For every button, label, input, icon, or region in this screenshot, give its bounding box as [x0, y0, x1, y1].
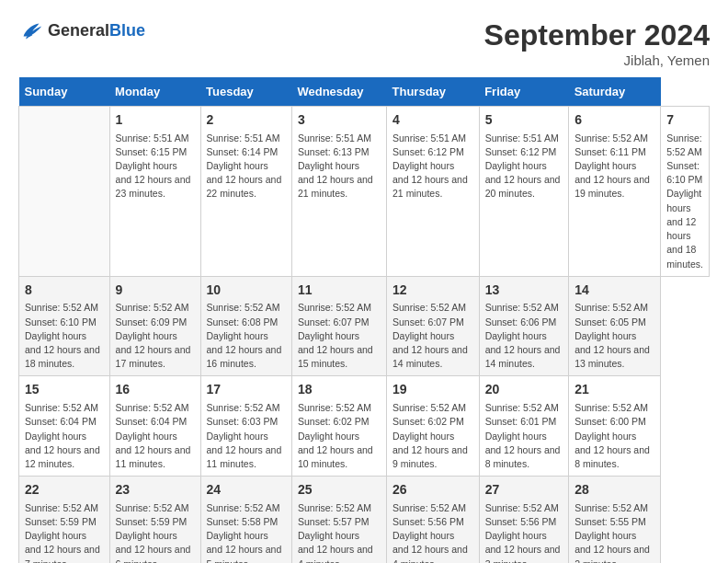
calendar-day-cell: 18Sunrise: 5:52 AMSunset: 6:02 PMDayligh… — [291, 376, 386, 477]
calendar-day-cell: 24Sunrise: 5:52 AMSunset: 5:58 PMDayligh… — [200, 477, 291, 563]
day-info: Sunrise: 5:52 AMSunset: 5:59 PMDaylight … — [116, 501, 195, 563]
calendar-day-cell: 9Sunrise: 5:52 AMSunset: 6:09 PMDaylight… — [109, 276, 200, 376]
calendar-day-cell: 28Sunrise: 5:52 AMSunset: 5:55 PMDayligh… — [569, 477, 661, 563]
calendar-day-cell: 7Sunrise: 5:52 AMSunset: 6:10 PMDaylight… — [661, 107, 710, 277]
calendar-day-cell: 17Sunrise: 5:52 AMSunset: 6:03 PMDayligh… — [200, 376, 291, 477]
day-info: Sunrise: 5:52 AMSunset: 6:06 PMDaylight … — [485, 301, 563, 371]
day-info: Sunrise: 5:52 AMSunset: 6:04 PMDaylight … — [116, 401, 195, 471]
day-number: 24 — [207, 481, 286, 500]
day-info: Sunrise: 5:52 AMSunset: 6:10 PMDaylight … — [666, 132, 703, 271]
day-number: 17 — [207, 381, 286, 399]
calendar-day-cell: 12Sunrise: 5:52 AMSunset: 6:07 PMDayligh… — [387, 276, 480, 376]
page-header: GeneralBlue September 2024 Jiblah, Yemen — [18, 18, 710, 68]
calendar-day-cell — [19, 107, 110, 277]
day-number: 3 — [298, 111, 381, 130]
weekday-header-monday: Monday — [109, 77, 200, 107]
calendar-day-cell: 11Sunrise: 5:52 AMSunset: 6:07 PMDayligh… — [291, 276, 386, 376]
day-info: Sunrise: 5:51 AMSunset: 6:13 PMDaylight … — [298, 132, 381, 201]
day-number: 2 — [207, 111, 286, 130]
calendar-day-cell: 23Sunrise: 5:52 AMSunset: 5:59 PMDayligh… — [109, 477, 200, 563]
day-number: 16 — [116, 381, 195, 399]
day-info: Sunrise: 5:52 AMSunset: 6:01 PMDaylight … — [485, 401, 563, 471]
logo-blue: Blue — [109, 21, 145, 40]
logo: GeneralBlue — [18, 18, 145, 44]
calendar-day-cell: 27Sunrise: 5:52 AMSunset: 5:56 PMDayligh… — [479, 477, 568, 563]
weekday-header-sunday: Sunday — [19, 77, 110, 107]
calendar-day-cell: 8Sunrise: 5:52 AMSunset: 6:10 PMDaylight… — [19, 276, 110, 376]
calendar-week-3: 15Sunrise: 5:52 AMSunset: 6:04 PMDayligh… — [19, 376, 710, 477]
day-info: Sunrise: 5:52 AMSunset: 5:56 PMDaylight … — [485, 501, 563, 563]
day-number: 5 — [485, 111, 563, 130]
calendar-day-cell: 2Sunrise: 5:51 AMSunset: 6:14 PMDaylight… — [200, 107, 291, 277]
calendar-day-cell: 1Sunrise: 5:51 AMSunset: 6:15 PMDaylight… — [109, 107, 200, 277]
day-number: 14 — [574, 282, 654, 300]
logo-general: General — [48, 21, 109, 40]
calendar-day-cell: 5Sunrise: 5:51 AMSunset: 6:12 PMDaylight… — [479, 107, 568, 277]
day-number: 25 — [298, 481, 381, 500]
day-number: 4 — [392, 111, 473, 130]
day-info: Sunrise: 5:52 AMSunset: 6:11 PMDaylight … — [574, 132, 654, 201]
day-info: Sunrise: 5:52 AMSunset: 6:02 PMDaylight … — [392, 401, 473, 471]
calendar-week-4: 22Sunrise: 5:52 AMSunset: 5:59 PMDayligh… — [19, 477, 710, 563]
calendar-day-cell: 10Sunrise: 5:52 AMSunset: 6:08 PMDayligh… — [200, 276, 291, 376]
day-info: Sunrise: 5:51 AMSunset: 6:12 PMDaylight … — [485, 132, 563, 201]
day-number: 28 — [574, 481, 654, 500]
day-info: Sunrise: 5:52 AMSunset: 5:59 PMDaylight … — [25, 501, 104, 563]
day-info: Sunrise: 5:51 AMSunset: 6:15 PMDaylight … — [116, 132, 195, 201]
day-info: Sunrise: 5:52 AMSunset: 6:05 PMDaylight … — [574, 301, 654, 371]
weekday-header-tuesday: Tuesday — [200, 77, 291, 107]
day-number: 10 — [207, 282, 286, 300]
day-number: 13 — [485, 282, 563, 300]
month-title: September 2024 — [484, 18, 710, 52]
day-number: 19 — [392, 381, 473, 399]
day-number: 9 — [116, 282, 195, 300]
weekday-header-row: SundayMondayTuesdayWednesdayThursdayFrid… — [19, 77, 710, 107]
day-info: Sunrise: 5:52 AMSunset: 5:58 PMDaylight … — [207, 501, 286, 563]
calendar-day-cell: 20Sunrise: 5:52 AMSunset: 6:01 PMDayligh… — [479, 376, 568, 477]
day-info: Sunrise: 5:52 AMSunset: 6:07 PMDaylight … — [298, 301, 381, 371]
day-info: Sunrise: 5:52 AMSunset: 6:02 PMDaylight … — [298, 401, 381, 471]
day-info: Sunrise: 5:52 AMSunset: 5:55 PMDaylight … — [574, 501, 654, 563]
calendar-day-cell: 4Sunrise: 5:51 AMSunset: 6:12 PMDaylight… — [387, 107, 480, 277]
logo-text: GeneralBlue — [48, 22, 145, 40]
day-info: Sunrise: 5:51 AMSunset: 6:12 PMDaylight … — [392, 132, 473, 201]
calendar-day-cell: 16Sunrise: 5:52 AMSunset: 6:04 PMDayligh… — [109, 376, 200, 477]
logo-bird-icon — [18, 18, 44, 44]
calendar-day-cell: 21Sunrise: 5:52 AMSunset: 6:00 PMDayligh… — [569, 376, 661, 477]
location: Jiblah, Yemen — [484, 52, 710, 68]
weekday-header-wednesday: Wednesday — [291, 77, 386, 107]
day-info: Sunrise: 5:52 AMSunset: 5:56 PMDaylight … — [392, 501, 473, 563]
day-info: Sunrise: 5:52 AMSunset: 6:08 PMDaylight … — [207, 301, 286, 371]
day-info: Sunrise: 5:52 AMSunset: 6:09 PMDaylight … — [116, 301, 195, 371]
day-info: Sunrise: 5:52 AMSunset: 6:03 PMDaylight … — [207, 401, 286, 471]
calendar-day-cell: 3Sunrise: 5:51 AMSunset: 6:13 PMDaylight… — [291, 107, 386, 277]
day-number: 1 — [116, 111, 195, 130]
calendar-day-cell: 26Sunrise: 5:52 AMSunset: 5:56 PMDayligh… — [387, 477, 480, 563]
day-number: 8 — [25, 282, 104, 300]
day-number: 27 — [485, 481, 563, 500]
day-info: Sunrise: 5:52 AMSunset: 6:04 PMDaylight … — [25, 401, 104, 471]
day-info: Sunrise: 5:52 AMSunset: 5:57 PMDaylight … — [298, 501, 381, 563]
day-number: 26 — [392, 481, 473, 500]
day-number: 18 — [298, 381, 381, 399]
calendar-day-cell: 14Sunrise: 5:52 AMSunset: 6:05 PMDayligh… — [569, 276, 661, 376]
weekday-header-friday: Friday — [479, 77, 568, 107]
day-number: 20 — [485, 381, 563, 399]
calendar-week-2: 8Sunrise: 5:52 AMSunset: 6:10 PMDaylight… — [19, 276, 710, 376]
calendar-week-1: 1Sunrise: 5:51 AMSunset: 6:15 PMDaylight… — [19, 107, 710, 277]
day-number: 23 — [116, 481, 195, 500]
day-number: 15 — [25, 381, 104, 399]
day-info: Sunrise: 5:52 AMSunset: 6:00 PMDaylight … — [574, 401, 654, 471]
calendar-day-cell: 15Sunrise: 5:52 AMSunset: 6:04 PMDayligh… — [19, 376, 110, 477]
calendar-day-cell: 19Sunrise: 5:52 AMSunset: 6:02 PMDayligh… — [387, 376, 480, 477]
day-number: 6 — [574, 111, 654, 130]
weekday-header-saturday: Saturday — [569, 77, 661, 107]
day-info: Sunrise: 5:51 AMSunset: 6:14 PMDaylight … — [207, 132, 286, 201]
calendar-table: SundayMondayTuesdayWednesdayThursdayFrid… — [18, 77, 710, 563]
title-block: September 2024 Jiblah, Yemen — [484, 18, 710, 68]
day-number: 21 — [574, 381, 654, 399]
weekday-header-thursday: Thursday — [387, 77, 480, 107]
day-number: 12 — [392, 282, 473, 300]
day-number: 22 — [25, 481, 104, 500]
day-number: 7 — [666, 111, 703, 130]
